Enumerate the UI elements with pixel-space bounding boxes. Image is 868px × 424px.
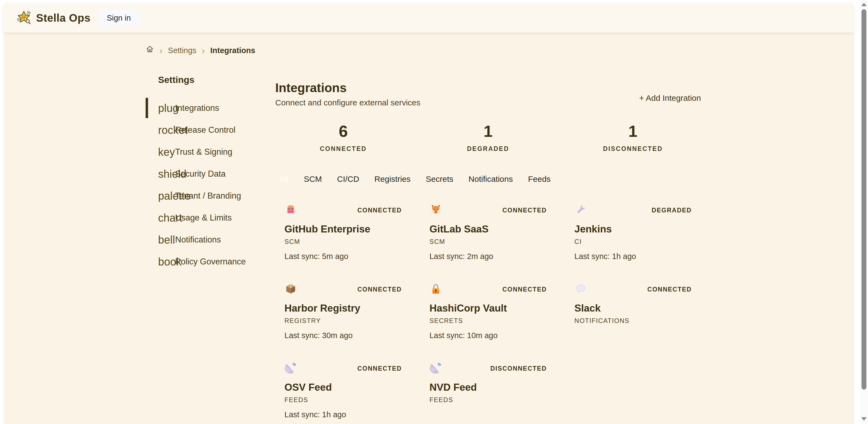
add-integration-button[interactable]: + Add Integration	[639, 89, 701, 107]
card-slack[interactable]: CONNECTED Slack NOTIFICATIONS	[565, 283, 701, 340]
app-panel: Stella Ops Sign in › Settings › Integrat…	[3, 3, 854, 424]
chart-icon: chart	[158, 213, 175, 223]
lock-icon	[430, 283, 442, 295]
stat-connected: 6 CONNECTED	[275, 123, 411, 153]
card-last-sync: Last sync: 5m ago	[284, 252, 402, 261]
topbar: Stella Ops Sign in	[3, 3, 854, 33]
settings-sidebar: Settings plug Integrations rocket Releas…	[146, 74, 262, 419]
card-name: Jenkins	[574, 223, 692, 235]
tab-all[interactable]: All	[280, 174, 288, 184]
bell-icon: bell	[158, 234, 175, 245]
card-github-enterprise[interactable]: CONNECTED GitHub Enterprise SCM Last syn…	[275, 203, 411, 261]
card-type: FEEDS	[430, 396, 547, 404]
page-background: › Settings › Integrations Settings plug …	[3, 33, 854, 424]
wrench-icon	[574, 203, 587, 216]
stat-label: DEGRADED	[420, 145, 556, 153]
sidebar-item-label: Tenant / Branding	[175, 191, 241, 201]
sidebar-item-security-data[interactable]: shield Security Data	[146, 163, 262, 185]
tab-scm[interactable]: SCM	[304, 174, 322, 184]
breadcrumb: › Settings › Integrations	[146, 45, 701, 56]
card-last-sync: Last sync: 2m ago	[430, 252, 547, 261]
card-name: GitHub Enterprise	[284, 223, 402, 235]
card-type: FEEDS	[284, 396, 402, 404]
palette-icon: palette	[158, 191, 175, 201]
tab-cicd[interactable]: CI/CD	[337, 174, 359, 184]
plug-icon: plug	[158, 103, 175, 113]
card-osv-feed[interactable]: CONNECTED OSV Feed FEEDS Last sync: 1h a…	[275, 362, 411, 419]
card-type: REGISTRY	[284, 317, 402, 325]
sidebar-item-label: Policy Governance	[175, 257, 246, 267]
integration-cards-grid: CONNECTED GitHub Enterprise SCM Last syn…	[275, 203, 701, 419]
sidebar-item-label: Security Data	[175, 169, 226, 179]
sign-in-button[interactable]: Sign in	[99, 10, 139, 26]
status-badge: CONNECTED	[502, 207, 547, 214]
card-hashicorp-vault[interactable]: CONNECTED HashiCorp Vault SECRETS Last s…	[420, 283, 556, 340]
card-type: SCM	[430, 238, 547, 246]
card-type: CI	[574, 238, 692, 246]
card-last-sync: Last sync: 1h ago	[284, 410, 402, 419]
sidebar-item-tenant-branding[interactable]: palette Tenant / Branding	[146, 185, 262, 207]
star-mascot-icon	[16, 10, 32, 27]
card-name: Harbor Registry	[284, 302, 402, 315]
sidebar-item-label: Notifications	[175, 235, 221, 244]
scrollbar-up-arrow-icon[interactable]	[861, 3, 867, 6]
card-harbor-registry[interactable]: CONNECTED Harbor Registry REGISTRY Last …	[275, 283, 411, 340]
tab-feeds[interactable]: Feeds	[528, 174, 551, 184]
stat-degraded: 1 DEGRADED	[420, 123, 556, 153]
status-summary: 6 CONNECTED 1 DEGRADED 1 DISCONNECTED	[275, 123, 701, 153]
card-jenkins[interactable]: DEGRADED Jenkins CI Last sync: 1h ago	[565, 203, 701, 261]
sidebar-item-label: Integrations	[175, 103, 219, 113]
card-nvd-feed[interactable]: DISCONNECTED NVD Feed FEEDS	[420, 362, 556, 419]
card-last-sync: Last sync: 10m ago	[430, 331, 547, 340]
card-type: SCM	[284, 238, 402, 246]
sidebar-item-notifications[interactable]: bell Notifications	[146, 229, 262, 251]
card-name: GitLab SaaS	[430, 223, 547, 235]
card-gitlab-saas[interactable]: CONNECTED GitLab SaaS SCM Last sync: 2m …	[420, 203, 556, 261]
breadcrumb-separator: ›	[159, 46, 162, 55]
card-type: NOTIFICATIONS	[574, 317, 692, 325]
sidebar-item-usage-limits[interactable]: chart Usage & Limits	[146, 207, 262, 229]
book-icon: book	[158, 256, 175, 267]
stat-disconnected: 1 DISCONNECTED	[565, 123, 701, 153]
status-badge: CONNECTED	[358, 365, 402, 372]
stat-value: 1	[565, 123, 701, 140]
page-title: Integrations	[275, 80, 420, 95]
sidebar-item-release-control[interactable]: rocket Release Control	[146, 119, 262, 141]
sidebar-item-trust-signing[interactable]: key Trust & Signing	[146, 141, 262, 163]
status-badge: DEGRADED	[652, 207, 692, 214]
vertical-scrollbar[interactable]	[860, 0, 868, 424]
card-last-sync	[430, 410, 547, 419]
sidebar-item-label: Release Control	[175, 125, 236, 135]
sidebar-item-label: Usage & Limits	[175, 213, 231, 223]
tab-notifications[interactable]: Notifications	[469, 174, 513, 184]
brand-home-link[interactable]: Stella Ops	[16, 10, 91, 27]
stat-label: DISCONNECTED	[565, 145, 701, 153]
stat-value: 6	[275, 123, 411, 140]
tab-registries[interactable]: Registries	[374, 174, 410, 184]
card-name: Slack	[574, 302, 692, 315]
card-name: NVD Feed	[430, 381, 547, 394]
card-last-sync: Last sync: 30m ago	[284, 331, 402, 340]
home-icon[interactable]	[146, 45, 154, 56]
card-name: HashiCorp Vault	[430, 302, 547, 315]
satellite-icon	[284, 362, 297, 374]
sidebar-item-integrations[interactable]: plug Integrations	[146, 97, 262, 119]
octopus-icon	[284, 203, 297, 216]
page-subtitle: Connect and configure external services	[275, 98, 420, 107]
card-last-sync: Last sync: 1h ago	[574, 252, 692, 261]
card-type: SECRETS	[430, 317, 547, 325]
status-badge: DISCONNECTED	[490, 365, 547, 372]
sidebar-title: Settings	[146, 74, 262, 85]
stat-value: 1	[420, 123, 556, 140]
rocket-icon: rocket	[158, 125, 175, 135]
breadcrumb-link-settings[interactable]: Settings	[168, 45, 196, 55]
fox-icon	[430, 203, 442, 216]
sidebar-item-label: Trust & Signing	[175, 147, 232, 157]
sidebar-item-policy-governance[interactable]: book Policy Governance	[146, 251, 262, 272]
scrollbar-down-arrow-icon[interactable]	[861, 417, 867, 421]
speech-bubble-icon	[574, 283, 587, 295]
tab-secrets[interactable]: Secrets	[426, 174, 454, 184]
scrollbar-thumb[interactable]	[862, 9, 866, 390]
brand-title: Stella Ops	[36, 12, 91, 24]
package-icon	[284, 283, 297, 295]
